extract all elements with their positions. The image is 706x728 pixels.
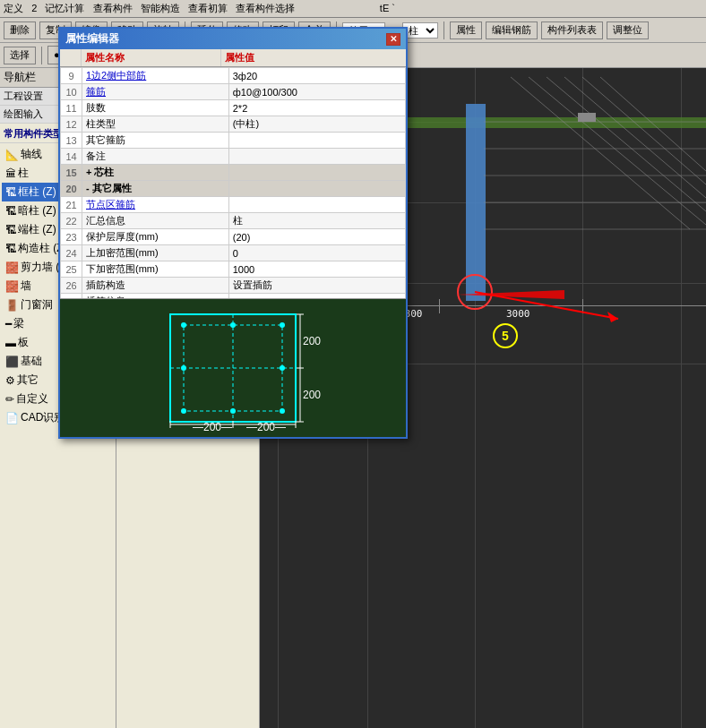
construct-col-icon: 🏗 (5, 243, 16, 255)
row-num: 15 (61, 165, 82, 181)
attr-value[interactable]: 2*2 (228, 100, 405, 116)
grid-marker-5: 5 (493, 323, 518, 348)
tick-3 (439, 299, 440, 313)
svg-point-22 (230, 408, 236, 414)
attr-name: 柱类型 (82, 116, 229, 133)
attr-value[interactable]: 0 (228, 245, 405, 261)
attr-name[interactable]: 1边2侧中部筋 (82, 68, 229, 84)
table-row[interactable]: 23保护层厚度(mm)(20) (61, 229, 406, 245)
attr-name: 其它箍筋 (82, 133, 229, 149)
attr-value[interactable]: 柱 (228, 213, 405, 229)
props-table-header: 属性名称 属性值 (60, 49, 406, 67)
row-num: 26 (61, 278, 82, 294)
attr-value[interactable]: (中柱) (228, 116, 405, 133)
shear-wall-icon: 🧱 (5, 261, 19, 274)
top-toolbar-text: 定义 2 记忆计算 查看构件 智能构造 查看初算 查看构件选择 tE ` (4, 2, 395, 15)
table-row[interactable]: 12柱类型(中柱) (61, 116, 406, 133)
row-num: 23 (61, 229, 82, 245)
table-row[interactable]: 11肢数2*2 (61, 100, 406, 116)
slab-icon: ▬ (5, 337, 16, 349)
beam-icon: ━ (5, 318, 12, 330)
col-name-header: 属性名称 (82, 49, 221, 66)
attr-value[interactable]: (20) (228, 229, 405, 245)
custom-icon: ✏ (5, 393, 14, 406)
attr-name: 保护层厚度(mm) (82, 229, 229, 245)
attr-value[interactable] (228, 197, 405, 213)
axis-icon: 📐 (5, 149, 19, 161)
row-num: 10 (61, 84, 82, 100)
other-icon: ⚙ (5, 374, 15, 387)
foundation-icon: ⬛ (5, 355, 19, 368)
red-arrow-body (457, 290, 564, 299)
svg-marker-12 (607, 312, 618, 322)
attr-name: 备注 (82, 149, 229, 165)
svg-point-18 (280, 322, 285, 328)
nav-title: 导航栏 (4, 70, 36, 85)
attr-value[interactable]: 3ф20 (228, 68, 405, 84)
table-row[interactable]: 20- 其它属性 (61, 181, 406, 197)
svg-line-4 (582, 77, 706, 184)
row-num: 25 (61, 261, 82, 278)
svg-line-3 (564, 77, 706, 198)
svg-point-24 (280, 365, 285, 371)
row-num: 22 (61, 213, 82, 229)
attr-name: 插筋构造 (82, 278, 229, 294)
row-num: 12 (61, 116, 82, 133)
table-row[interactable]: 26插筋构造设置插筋 (61, 278, 406, 294)
adjust-button[interactable]: 调整位 (607, 21, 649, 39)
svg-line-2 (547, 77, 706, 211)
dark-col-icon: 🏗 (5, 205, 16, 218)
attr-value[interactable]: 设置插筋 (228, 278, 405, 294)
table-row[interactable]: 13其它箍筋 (61, 133, 406, 149)
attr-name: + 芯柱 (82, 165, 229, 181)
table-row[interactable]: 14备注 (61, 149, 406, 165)
select-button[interactable]: 选择 (4, 47, 36, 64)
table-row[interactable]: 10箍筋ф10@100/300 (61, 84, 406, 100)
attr-value[interactable] (228, 165, 405, 181)
table-row[interactable]: 22汇总信息柱 (61, 213, 406, 229)
props-preview: —200— —200— 200 200 (60, 298, 406, 437)
row-num: 21 (61, 197, 82, 213)
attr-name: 上加密范围(mm) (82, 245, 229, 261)
cad-icon: 📄 (5, 412, 19, 424)
attr-name[interactable]: 节点区箍筋 (82, 197, 229, 213)
props-close-button[interactable]: ✕ (386, 33, 400, 46)
svg-point-23 (181, 365, 186, 371)
frame-col-icon: 🏗 (5, 186, 16, 199)
preview-canvas: —200— —200— 200 200 (143, 305, 323, 431)
table-row[interactable]: 25下加密范围(mm)1000 (61, 261, 406, 278)
svg-point-17 (181, 322, 186, 328)
edit-rebar-button[interactable]: 编辑钢筋 (486, 21, 538, 39)
red-arrow-container (457, 290, 564, 299)
top-toolbar: 定义 2 记忆计算 查看构件 智能构造 查看初算 查看构件选择 tE ` (0, 0, 706, 18)
table-row[interactable]: 15+ 芯柱 (61, 165, 406, 181)
delete-button[interactable]: 删除 (4, 21, 36, 39)
attr-name: 汇总信息 (82, 213, 229, 229)
wall-icon: 🧱 (5, 280, 19, 293)
props-table-scroll[interactable]: 91边2侧中部筋3ф2010箍筋ф10@100/30011肢数2*212柱类型(… (60, 67, 406, 336)
attr-value[interactable] (228, 149, 405, 165)
comp-list-button[interactable]: 构件列表表 (541, 21, 603, 39)
attr-value[interactable]: ф10@100/300 (228, 84, 405, 100)
header-scrollbar-space (393, 49, 406, 66)
col-num-header (60, 49, 82, 66)
svg-point-19 (181, 408, 186, 414)
svg-text:200: 200 (303, 389, 321, 401)
table-row[interactable]: 91边2侧中部筋3ф20 (61, 68, 406, 84)
row-num: 24 (61, 245, 82, 261)
attr-value[interactable] (228, 181, 405, 197)
property-button[interactable]: 属性 (450, 21, 482, 39)
attr-value[interactable]: 1000 (228, 261, 405, 278)
attr-name[interactable]: 箍筋 (82, 84, 229, 100)
svg-point-20 (280, 408, 285, 414)
tick-4 (582, 299, 583, 313)
table-row[interactable]: 21节点区箍筋 (61, 197, 406, 213)
table-row[interactable]: 24上加密范围(mm)0 (61, 245, 406, 261)
props-title: 属性编辑器 (65, 31, 119, 47)
sep4 (41, 47, 42, 64)
row-num: 9 (61, 68, 82, 84)
end-col-icon: 🏗 (5, 224, 16, 236)
grid-v5 (681, 68, 682, 728)
sep3 (443, 21, 444, 39)
attr-value[interactable] (228, 133, 405, 149)
